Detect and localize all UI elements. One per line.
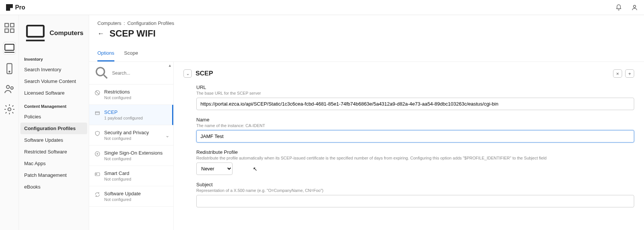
update-icon — [94, 192, 100, 198]
tab-scope[interactable]: Scope — [124, 46, 138, 61]
breadcrumb-sep: : — [124, 20, 125, 26]
brand: Pro — [6, 4, 25, 11]
card-icon — [94, 171, 100, 177]
breadcrumb: Computers : Configuration Profiles — [97, 20, 636, 26]
svg-point-7 — [9, 71, 10, 72]
field-redistribute: Redistribute Profile Redistribute the pr… — [196, 149, 634, 175]
name-input[interactable] — [196, 130, 634, 143]
scroll-up-arrow-icon[interactable]: ▲ — [168, 63, 172, 67]
content-row: ▲ Restrictions Not configured SCEP 1 pay… — [89, 62, 644, 230]
tab-options[interactable]: Options — [97, 46, 114, 61]
payload-sub: Not configured — [104, 197, 141, 202]
sidebar: Computers Inventory Search Inventory Sea… — [19, 15, 89, 230]
field-help: Redistribute the profile automatically w… — [196, 156, 634, 160]
panel-head-right: × + — [613, 69, 634, 78]
laptop-icon — [24, 22, 46, 44]
rail-computers-icon[interactable] — [3, 42, 15, 54]
sidebar-heading-content-management: Content Management — [19, 99, 89, 111]
subject-input[interactable] — [196, 195, 634, 207]
field-url: URL The base URL for the SCEP server — [196, 84, 634, 110]
sidebar-item-ebooks[interactable]: eBooks — [19, 181, 89, 193]
field-label: URL — [196, 84, 634, 90]
search-icon — [94, 65, 110, 81]
field-subject: Subject Representation of a X.500 name (… — [196, 182, 634, 207]
layout: Computers Inventory Search Inventory Sea… — [0, 15, 644, 230]
payload-item-smart-card[interactable]: Smart Card Not configured — [89, 166, 173, 186]
svg-rect-5 — [5, 44, 14, 50]
sidebar-heading-inventory: Inventory — [19, 52, 89, 64]
sidebar-item-restricted-software[interactable]: Restricted Software — [19, 146, 89, 158]
sidebar-item-search-inventory[interactable]: Search Inventory — [19, 64, 89, 75]
sidebar-title-text: Computers — [49, 29, 83, 37]
svg-point-0 — [633, 5, 636, 8]
shield-icon — [94, 130, 100, 136]
panel-head-left: ⌄ SCEP — [183, 69, 213, 78]
restrict-icon — [94, 90, 100, 96]
payload-item-sso-extensions[interactable]: Single Sign-On Extensions Not configured — [89, 146, 173, 166]
sidebar-item-mac-apps[interactable]: Mac Apps — [19, 158, 89, 169]
payload-sub: Not configured — [104, 95, 131, 100]
payload-item-software-update[interactable]: Software Update Not configured — [89, 186, 173, 207]
payload-sub: Not configured — [104, 177, 131, 181]
payload-item-scep[interactable]: SCEP 1 payload configured — [89, 105, 173, 125]
sidebar-title: Computers — [19, 22, 89, 52]
payload-search[interactable] — [89, 62, 173, 84]
add-payload-button[interactable]: + — [625, 69, 634, 78]
back-arrow-icon[interactable]: ← — [97, 30, 104, 38]
breadcrumb-current[interactable]: Configuration Profiles — [127, 20, 174, 26]
payload-name: Security and Privacy — [104, 130, 149, 135]
sso-icon — [94, 151, 100, 157]
field-label: Subject — [196, 182, 634, 187]
payload-sub: Not configured — [104, 156, 163, 161]
svg-rect-3 — [5, 29, 8, 32]
svg-rect-4 — [10, 29, 14, 32]
payload-search-input[interactable] — [112, 71, 169, 76]
form-area: ⌄ SCEP × + URL The base URL for the SCEP… — [174, 62, 644, 230]
breadcrumb-root[interactable]: Computers — [97, 20, 122, 26]
payload-name: SCEP — [104, 109, 143, 115]
svg-point-12 — [96, 67, 104, 76]
brand-text: Pro — [15, 4, 25, 11]
svg-point-8 — [6, 86, 9, 89]
field-label: Name — [196, 117, 634, 123]
url-input[interactable] — [196, 98, 634, 110]
payload-item-security-privacy[interactable]: Security and Privacy Not configured ⌄ — [89, 125, 173, 146]
collapse-button[interactable]: ⌄ — [183, 69, 192, 78]
page-title: SCEP WIFI — [109, 28, 156, 39]
remove-payload-button[interactable]: × — [613, 69, 622, 78]
rail-devices-icon[interactable] — [3, 63, 15, 75]
topbar-right — [615, 4, 638, 11]
brand-logo-icon — [6, 4, 13, 11]
sidebar-item-configuration-profiles[interactable]: Configuration Profiles — [20, 123, 87, 134]
user-icon[interactable] — [631, 4, 638, 11]
payload-name: Software Update — [104, 191, 141, 196]
payload-sub: 1 payload configured — [104, 116, 143, 120]
sidebar-item-patch-management[interactable]: Patch Management — [19, 169, 89, 181]
svg-point-10 — [8, 108, 11, 111]
sidebar-item-licensed-software[interactable]: Licensed Software — [19, 87, 89, 99]
payload-name: Restrictions — [104, 89, 131, 95]
sidebar-item-software-updates[interactable]: Software Updates — [19, 134, 89, 146]
payload-item-restrictions[interactable]: Restrictions Not configured — [89, 84, 173, 105]
payload-name: Single Sign-On Extensions — [104, 150, 163, 156]
field-help: The name of the instance: CA-IDENT — [196, 123, 634, 128]
panel-head: ⌄ SCEP × + — [183, 69, 634, 78]
rail-dashboard-icon[interactable] — [3, 22, 15, 34]
sidebar-item-policies[interactable]: Policies — [19, 111, 89, 123]
title-row: ← SCEP WIFI — [97, 26, 636, 44]
rail-users-icon[interactable] — [3, 83, 15, 95]
payload-name: Smart Card — [104, 170, 131, 176]
svg-rect-14 — [96, 112, 100, 115]
svg-rect-2 — [10, 23, 14, 27]
bell-icon[interactable] — [615, 4, 622, 11]
rail-settings-icon[interactable] — [3, 103, 15, 115]
chevron-down-icon: ⌄ — [165, 132, 169, 138]
svg-rect-11 — [27, 26, 43, 37]
field-name: Name The name of the instance: CA-IDENT — [196, 117, 634, 143]
topbar: Pro — [0, 0, 644, 15]
payload-sub: Not configured — [104, 136, 149, 141]
tabs: Options Scope — [97, 46, 636, 61]
redistribute-select[interactable]: Never — [196, 163, 233, 175]
main: Computers : Configuration Profiles ← SCE… — [89, 15, 644, 230]
sidebar-item-search-volume-content[interactable]: Search Volume Content — [19, 75, 89, 87]
